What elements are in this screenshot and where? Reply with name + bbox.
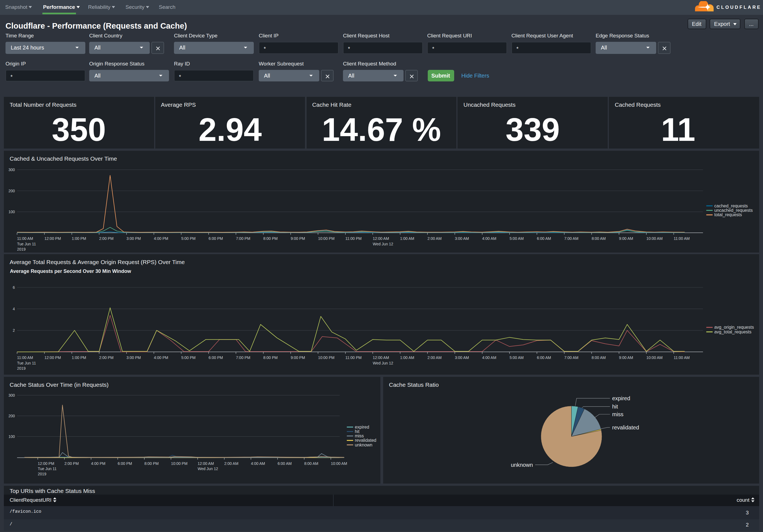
svg-text:8:00 PM: 8:00 PM <box>264 356 278 360</box>
svg-text:10:00 AM: 10:00 AM <box>331 461 347 466</box>
svg-text:2019: 2019 <box>17 247 26 251</box>
svg-text:2:00 AM: 2:00 AM <box>427 236 442 240</box>
svg-text:8:00 AM: 8:00 AM <box>304 461 318 466</box>
svg-text:7:00 PM: 7:00 PM <box>236 356 250 360</box>
svg-text:300: 300 <box>9 167 15 172</box>
svg-text:6: 6 <box>13 286 15 290</box>
svg-text:expired: expired <box>355 424 369 429</box>
svg-text:1:00 PM: 1:00 PM <box>72 236 86 240</box>
svg-text:6:00 AM: 6:00 AM <box>537 236 551 240</box>
svg-text:2: 2 <box>13 328 15 333</box>
svg-text:11:00 AM: 11:00 AM <box>17 236 33 240</box>
svg-text:4:00 PM: 4:00 PM <box>154 236 168 240</box>
svg-text:8:00 AM: 8:00 AM <box>592 236 605 240</box>
svg-text:2:00 PM: 2:00 PM <box>99 356 113 360</box>
svg-text:12:00 AM: 12:00 AM <box>198 461 214 466</box>
svg-text:11:00 AM: 11:00 AM <box>674 236 690 240</box>
svg-text:11:00 AM: 11:00 AM <box>674 356 690 360</box>
svg-text:10:00 AM: 10:00 AM <box>646 236 663 240</box>
svg-text:2:00 AM: 2:00 AM <box>224 461 238 466</box>
svg-text:5:00 PM: 5:00 PM <box>181 236 195 240</box>
svg-text:2:00 PM: 2:00 PM <box>64 461 79 466</box>
svg-text:2:00 PM: 2:00 PM <box>99 236 113 240</box>
svg-text:12:00 PM: 12:00 PM <box>44 236 61 240</box>
svg-text:total_requests: total_requests <box>714 212 742 217</box>
svg-text:avg_total_requests: avg_total_requests <box>714 330 751 335</box>
svg-text:9:00 PM: 9:00 PM <box>291 356 305 360</box>
svg-text:6:00 PM: 6:00 PM <box>209 356 223 360</box>
svg-text:6:00 PM: 6:00 PM <box>118 461 132 466</box>
svg-text:cached_requests: cached_requests <box>714 203 748 208</box>
svg-text:Wed Jun 12: Wed Jun 12 <box>373 241 393 246</box>
svg-text:5:00 PM: 5:00 PM <box>181 356 195 360</box>
svg-text:1:00 PM: 1:00 PM <box>72 356 86 360</box>
svg-text:5:00 AM: 5:00 AM <box>509 356 523 360</box>
svg-text:miss: miss <box>612 411 623 417</box>
svg-text:200: 200 <box>9 413 15 418</box>
svg-text:4:00 PM: 4:00 PM <box>154 356 168 360</box>
svg-text:6:00 PM: 6:00 PM <box>209 236 223 240</box>
svg-text:6:00 AM: 6:00 AM <box>277 461 291 466</box>
svg-text:5:00 AM: 5:00 AM <box>509 236 523 240</box>
svg-text:9:00 AM: 9:00 AM <box>619 236 633 240</box>
svg-text:2:00 AM: 2:00 AM <box>427 356 442 360</box>
svg-text:3:00 AM: 3:00 AM <box>455 356 469 360</box>
svg-text:hit: hit <box>355 429 360 433</box>
svg-text:3:00 PM: 3:00 PM <box>127 236 141 240</box>
svg-text:11:00 PM: 11:00 PM <box>345 236 362 240</box>
svg-text:100: 100 <box>9 434 15 438</box>
svg-text:Tue Jun 11: Tue Jun 11 <box>38 466 57 471</box>
svg-text:CLOUDFLARE: CLOUDFLARE <box>716 5 761 10</box>
svg-text:revalidated: revalidated <box>355 438 376 443</box>
svg-text:12:00 AM: 12:00 AM <box>373 236 389 240</box>
svg-text:2019: 2019 <box>17 366 26 371</box>
svg-text:4:00 AM: 4:00 AM <box>482 236 496 240</box>
svg-text:10:00 AM: 10:00 AM <box>646 356 663 360</box>
svg-text:miss: miss <box>355 433 364 438</box>
svg-text:4:00 AM: 4:00 AM <box>251 461 265 466</box>
svg-text:8:00 PM: 8:00 PM <box>264 236 278 240</box>
svg-text:11:00 PM: 11:00 PM <box>345 356 362 360</box>
svg-text:200: 200 <box>9 188 15 193</box>
svg-text:7:00 AM: 7:00 AM <box>564 236 578 240</box>
svg-text:3:00 PM: 3:00 PM <box>127 356 141 360</box>
svg-text:2019: 2019 <box>38 472 46 476</box>
svg-text:4: 4 <box>13 307 15 311</box>
svg-text:10:00 PM: 10:00 PM <box>318 356 334 360</box>
svg-text:hit: hit <box>612 403 618 409</box>
svg-text:unknown: unknown <box>355 442 373 447</box>
svg-text:10:00 PM: 10:00 PM <box>318 236 334 240</box>
svg-text:12:00 AM: 12:00 AM <box>373 356 389 360</box>
svg-text:uncached_requests: uncached_requests <box>714 208 753 213</box>
svg-text:4:00 PM: 4:00 PM <box>91 461 105 466</box>
svg-text:11:00 AM: 11:00 AM <box>17 356 33 360</box>
svg-text:7:00 PM: 7:00 PM <box>236 236 250 240</box>
svg-text:12:00 PM: 12:00 PM <box>38 461 54 466</box>
svg-text:9:00 PM: 9:00 PM <box>291 236 305 240</box>
svg-text:3:00 AM: 3:00 AM <box>455 236 469 240</box>
svg-text:expired: expired <box>612 395 630 401</box>
svg-text:12:00 PM: 12:00 PM <box>44 356 61 360</box>
svg-text:300: 300 <box>9 393 15 397</box>
svg-text:8:00 AM: 8:00 AM <box>592 356 605 360</box>
svg-text:7:00 AM: 7:00 AM <box>564 356 578 360</box>
svg-text:Tue Jun 11: Tue Jun 11 <box>17 361 36 365</box>
svg-text:4:00 AM: 4:00 AM <box>482 356 496 360</box>
svg-text:1:00 AM: 1:00 AM <box>400 356 414 360</box>
svg-text:Wed Jun 12: Wed Jun 12 <box>198 466 218 471</box>
svg-text:100: 100 <box>9 209 15 214</box>
svg-text:avg_origin_requests: avg_origin_requests <box>714 325 754 330</box>
svg-text:unknown: unknown <box>511 462 533 468</box>
svg-text:1:00 AM: 1:00 AM <box>400 236 414 240</box>
svg-text:8:00 PM: 8:00 PM <box>144 461 159 466</box>
svg-text:Wed Jun 12: Wed Jun 12 <box>373 361 393 365</box>
svg-text:Tue Jun 11: Tue Jun 11 <box>17 241 36 246</box>
svg-text:10:00 PM: 10:00 PM <box>171 461 187 466</box>
svg-text:9:00 AM: 9:00 AM <box>619 356 633 360</box>
svg-text:6:00 AM: 6:00 AM <box>537 356 551 360</box>
svg-text:revalidated: revalidated <box>612 424 639 430</box>
